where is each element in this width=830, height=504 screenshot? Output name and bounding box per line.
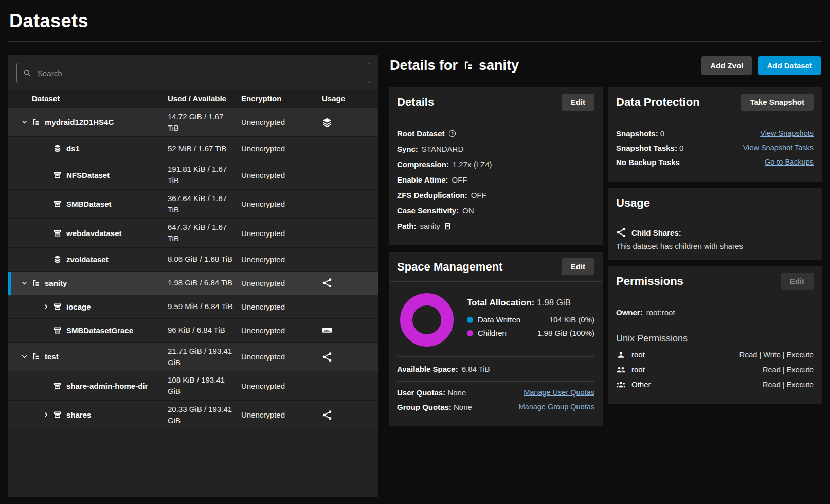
encryption-state: Unencrypted	[241, 115, 315, 130]
chevron-right-icon[interactable]	[39, 302, 53, 311]
space-card-header: Space Management Edit	[389, 252, 603, 282]
table-row[interactable]: ds152 MiB / 1.67 TiBUnencrypted	[8, 137, 378, 160]
layers-icon	[322, 117, 332, 128]
quota-row: Group Quotas: NoneManage Group Quotas	[397, 403, 594, 411]
root-dataset-icon	[463, 60, 474, 71]
legend-dot	[467, 317, 473, 323]
used-available-value: 1.98 GiB / 6.84 TiB	[168, 274, 241, 292]
dataset-icon	[53, 382, 66, 390]
details-row: Path:sanity	[397, 221, 594, 231]
details-card-title: Details	[397, 96, 434, 109]
table-row[interactable]: SMBDatasetGrace96 KiB / 6.84 TiBUnencryp…	[8, 319, 378, 343]
protection-label: Snapshots:	[616, 129, 658, 138]
legend-value: 104 KiB (0%)	[549, 315, 594, 324]
table-row[interactable]: test21.71 GiB / 193.41 GiBUnencrypted	[8, 343, 378, 372]
table-row[interactable]: iocage9.59 MiB / 6.84 TiBUnencrypted	[8, 295, 378, 319]
protection-link[interactable]: View Snapshot Tasks	[743, 143, 814, 152]
table-row[interactable]: share-admin-home-dir108 KiB / 193.41 GiB…	[8, 371, 378, 401]
dataset-name: zvoldataset	[66, 255, 112, 264]
protection-card-body: Snapshots: 0View SnapshotsSnapshot Tasks…	[608, 117, 822, 182]
permissions-card: Permissions Edit Owner: root:root Unix P…	[608, 266, 822, 404]
space-card-body: Total Allocation: 1.98 GiB Data Written1…	[389, 282, 603, 426]
copy-icon[interactable]	[444, 222, 452, 230]
person-icon	[616, 351, 626, 359]
quota-manage-link[interactable]: Manage Group Quotas	[518, 403, 594, 411]
legend-row: Children1.98 GiB (100%)	[467, 329, 594, 337]
dataset-name: mydraid12D1HS4C	[45, 118, 117, 127]
used-available-value: 191.81 KiB / 1.67 TiB	[168, 160, 241, 189]
dataset-icon	[53, 302, 66, 311]
table-row[interactable]: shares20.33 GiB / 193.41 GiBUnencrypted	[8, 401, 378, 430]
group-icon	[616, 366, 626, 374]
usage-card-title: Usage	[616, 196, 650, 210]
table-row[interactable]: SMBDataset367.64 KiB / 1.67 TiBUnencrypt…	[8, 190, 378, 219]
owner-value: root:root	[646, 308, 675, 317]
details-header: Details for sanity Add Zvol Add Dataset	[390, 56, 821, 75]
encryption-state: Unencrypted	[241, 299, 315, 314]
details-card: Details Edit Root Dataset?Sync:STANDARDC…	[389, 87, 603, 245]
column-header-dataset: Dataset	[8, 94, 168, 103]
permission-row: rootRead | Write | Execute	[616, 350, 814, 359]
quota-manage-link[interactable]: Manage User Quotas	[524, 388, 594, 397]
page-header: Datasets	[0, 0, 830, 41]
permissions-edit-button[interactable]: Edit	[781, 273, 814, 290]
table-row[interactable]: sanity1.98 GiB / 6.84 TiBUnencrypted	[8, 272, 378, 295]
column-header-encryption: Encryption	[241, 91, 315, 106]
legend-value: 1.98 GiB (100%)	[537, 329, 594, 337]
details-edit-button[interactable]: Edit	[562, 94, 594, 111]
details-for-label: Details for	[390, 58, 458, 74]
search-icon	[23, 69, 31, 77]
expander-spacer	[39, 144, 53, 153]
chevron-down-icon[interactable]	[17, 278, 31, 287]
dataset-name: shares	[66, 410, 94, 419]
dataset-name: SMBDatasetGrace	[66, 326, 136, 335]
dataset-name: sanity	[45, 279, 70, 287]
database-icon	[53, 144, 66, 153]
add-zvol-button[interactable]: Add Zvol	[701, 56, 752, 75]
protection-value: 0	[660, 129, 664, 138]
permission-owner-name: root	[631, 365, 645, 374]
chevron-right-icon[interactable]	[39, 410, 53, 420]
usage-card-header: Usage	[608, 188, 822, 218]
dataset-name: webdavdataset	[66, 229, 125, 238]
other-icon	[616, 381, 626, 389]
search-box[interactable]	[16, 63, 370, 83]
permission-row: OtherRead | Execute	[616, 380, 814, 389]
protection-row: Snapshots: 0View Snapshots	[616, 129, 814, 138]
used-available-value: 52 MiB / 1.67 TiB	[168, 140, 241, 157]
search-input[interactable]	[37, 68, 364, 78]
protection-row: Snapshot Tasks: 0View Snapshot Tasks	[616, 143, 814, 152]
total-allocation: Total Allocation: 1.98 GiB	[467, 298, 594, 308]
table-row[interactable]: zvoldataset8.06 GiB / 1.68 TiBUnencrypte…	[8, 248, 378, 272]
table-row[interactable]: NFSDataset191.81 KiB / 1.67 TiBUnencrypt…	[8, 160, 378, 190]
chevron-down-icon[interactable]	[17, 118, 31, 127]
used-available-value: 8.06 GiB / 1.68 TiB	[168, 250, 241, 268]
used-available-value: 96 KiB / 6.84 TiB	[168, 321, 241, 339]
column-header-used-available: Used / Available	[168, 90, 241, 107]
share-icon	[322, 410, 332, 420]
details-row-value: sanity	[420, 222, 440, 230]
encryption-state: Unencrypted	[241, 276, 315, 291]
details-row-value: ON	[462, 206, 474, 215]
table-row[interactable]: webdavdataset647.37 KiB / 1.67 TiBUnencr…	[8, 219, 378, 248]
protection-link[interactable]: View Snapshots	[760, 129, 814, 137]
selected-dataset-name: sanity	[479, 58, 519, 74]
permission-rights: Read | Execute	[763, 381, 814, 389]
space-edit-button[interactable]: Edit	[562, 258, 594, 275]
protection-link[interactable]: Go to Backups	[765, 158, 814, 166]
share-icon	[322, 352, 332, 362]
add-dataset-button[interactable]: Add Dataset	[758, 56, 821, 75]
encryption-state: Unencrypted	[241, 226, 315, 241]
used-available-value: 367.64 KiB / 1.67 TiB	[168, 190, 241, 219]
details-row: Root Dataset?	[397, 128, 594, 139]
take-snapshot-button[interactable]: Take Snapshot	[741, 94, 814, 111]
datasets-page: Datasets Dataset Used / Available Encryp…	[0, 0, 830, 497]
encryption-state: Unencrypted	[241, 141, 315, 156]
table-row[interactable]: mydraid12D1HS4C14.72 GiB / 1.67 TiBUnenc…	[8, 108, 378, 137]
dataset-icon	[53, 410, 66, 419]
chevron-down-icon[interactable]	[17, 352, 31, 362]
available-space-value: 6.84 TiB	[462, 365, 490, 373]
permission-rights: Read | Write | Execute	[739, 351, 814, 359]
legend-name: Children	[478, 329, 507, 337]
details-row: Sync:STANDARD	[397, 143, 594, 154]
